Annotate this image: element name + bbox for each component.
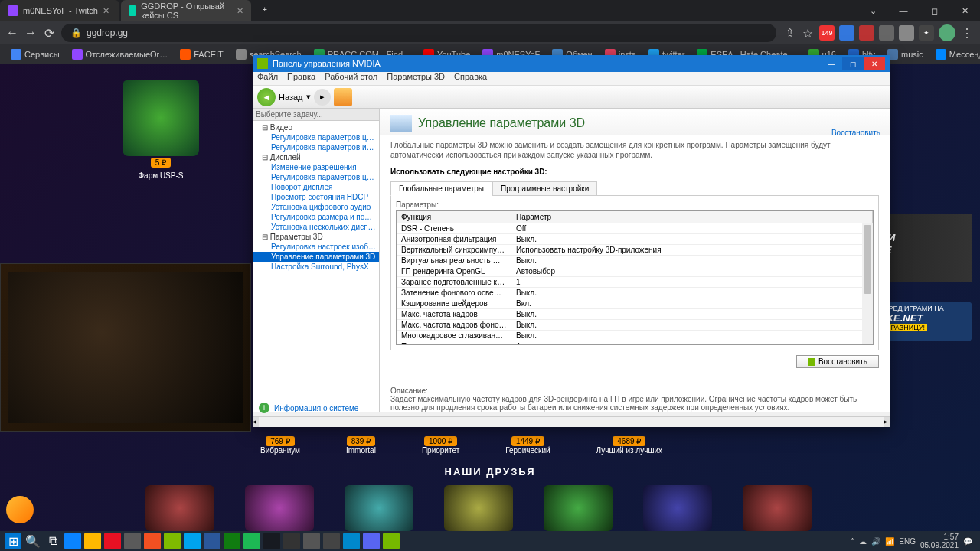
tree-node-video[interactable]: ⊟ Видео: [253, 122, 379, 132]
tree-leaf[interactable]: Поворот дисплея: [253, 182, 379, 192]
table-row[interactable]: ГП рендеринга OpenGLАвтовыбор: [397, 266, 873, 277]
start-button[interactable]: ⊞: [5, 533, 21, 549]
address-bar[interactable]: 🔒 ggdrop.gg: [61, 24, 776, 42]
back-button[interactable]: ←: [6, 26, 18, 40]
case-item[interactable]: 1000 ₽Приоритет: [422, 436, 459, 455]
menu-edit[interactable]: Правка: [287, 72, 315, 85]
taskbar-app[interactable]: [84, 533, 101, 549]
col-function[interactable]: Функция: [397, 211, 511, 223]
home-button[interactable]: [334, 88, 352, 106]
minimize-button[interactable]: —: [888, 0, 919, 21]
case-item[interactable]: 769 ₽Вибраниум: [260, 436, 300, 455]
menu-icon[interactable]: ⋮: [960, 26, 974, 40]
forward-button[interactable]: ▸: [314, 89, 331, 106]
restore-link[interactable]: Восстановить: [831, 129, 880, 137]
ext-icon[interactable]: [859, 25, 874, 41]
taskbar-app[interactable]: [383, 533, 400, 549]
minimize-button[interactable]: —: [821, 57, 842, 70]
tab-program[interactable]: Программные настройки: [492, 181, 597, 196]
star-icon[interactable]: ☆: [801, 26, 815, 40]
back-button[interactable]: ◄: [257, 88, 276, 106]
col-parameter[interactable]: Параметр: [511, 211, 873, 223]
tab-twitch[interactable]: m0NESYoF - Twitch ✕: [0, 0, 119, 21]
tree-node-display[interactable]: ⊟ Дисплей: [253, 152, 379, 162]
taskbar-app[interactable]: [263, 533, 280, 549]
taskbar-app[interactable]: [104, 533, 121, 549]
dropdown-icon[interactable]: ▾: [306, 92, 311, 102]
tree-leaf[interactable]: Установка нескольких дисплеев: [253, 222, 379, 232]
table-row[interactable]: DSR - СтепеньOff: [397, 223, 873, 234]
taskbar-app[interactable]: [204, 533, 220, 549]
tree-leaf[interactable]: Регулировка параметров изображения д: [253, 142, 379, 152]
tray-icon[interactable]: ☁: [859, 537, 867, 546]
apps-button[interactable]: Сервисы: [6, 47, 64, 61]
tray-icon[interactable]: 📶: [885, 537, 894, 546]
chevron-down-icon[interactable]: ⌄: [858, 0, 888, 21]
taskbar-app[interactable]: [124, 533, 141, 549]
tree-leaf-selected[interactable]: Управление параметрами 3D: [253, 252, 379, 262]
fab-button[interactable]: [6, 496, 34, 523]
tray-icon[interactable]: 🔊: [871, 537, 880, 546]
case-item[interactable]: 4689 ₽Лучший из лучших: [596, 436, 662, 455]
table-row[interactable]: Затенение фонового освещенияВыкл.: [397, 288, 873, 298]
menu-help[interactable]: Справка: [454, 72, 487, 85]
ext-icon[interactable]: [899, 25, 914, 41]
puzzle-icon[interactable]: ✦: [919, 25, 934, 41]
bookmark-item[interactable]: Мессенджер: [931, 47, 980, 61]
ext-icon[interactable]: 149: [819, 25, 835, 41]
case-item[interactable]: 1449 ₽Героический: [505, 436, 550, 455]
friend-card[interactable]: [145, 485, 214, 531]
case-item[interactable]: 839 ₽Immortal: [346, 436, 376, 455]
tray-chevron-icon[interactable]: ˄: [851, 537, 854, 546]
table-row[interactable]: Макс. частота кадров фонового прило…Выкл…: [397, 320, 873, 331]
forward-button[interactable]: →: [24, 26, 37, 40]
task-view-icon[interactable]: ⧉: [44, 533, 61, 549]
tree-leaf[interactable]: Установка цифрового аудио: [253, 202, 379, 212]
table-row[interactable]: Вертикальный синхроимпульсИспользовать н…: [397, 245, 873, 256]
taskbar-app[interactable]: [283, 533, 300, 549]
maximize-button[interactable]: ◻: [919, 0, 949, 21]
restore-button[interactable]: Восстановить: [796, 355, 879, 368]
close-button[interactable]: ✕: [864, 57, 885, 70]
tree-leaf[interactable]: Настройка Surround, PhysX: [253, 262, 379, 272]
tree-node-3d[interactable]: ⊟ Параметры 3D: [253, 232, 379, 242]
system-info-link[interactable]: Информация о системе: [274, 404, 358, 412]
clock[interactable]: 1:57 05.09.2021: [920, 533, 959, 549]
close-button[interactable]: ✕: [949, 0, 980, 21]
table-row[interactable]: Анизотропная фильтрацияВыкл.: [397, 234, 873, 245]
tree-leaf[interactable]: Регулировка параметров цвета для вид: [253, 132, 379, 142]
taskbar-app[interactable]: [343, 533, 360, 549]
ext-icon[interactable]: [839, 25, 854, 41]
tab-global[interactable]: Глобальные параметры: [390, 181, 492, 196]
notifications-icon[interactable]: 💬: [963, 537, 972, 546]
tab-ggdrop[interactable]: GGDROP - Открывай кейсы CS ✕: [121, 0, 251, 21]
lang-indicator[interactable]: ENG: [899, 537, 916, 546]
ext-icon[interactable]: [879, 25, 894, 41]
taskbar-app[interactable]: [323, 533, 340, 549]
menu-3d[interactable]: Параметры 3D: [387, 72, 445, 85]
menu-file[interactable]: Файл: [257, 72, 278, 85]
taskbar-app[interactable]: [144, 533, 161, 549]
friend-card[interactable]: [544, 485, 612, 531]
table-row[interactable]: Заранее подготовленные кадры вирту…1: [397, 277, 873, 288]
friend-card[interactable]: [743, 485, 812, 531]
menu-desktop[interactable]: Рабочий стол: [325, 72, 377, 85]
maximize-button[interactable]: ◻: [842, 57, 864, 70]
table-row[interactable]: Кэширование шейдеровВкл.: [397, 298, 873, 309]
tree-leaf[interactable]: Регулировка размера и положения рабо: [253, 212, 379, 222]
table-row[interactable]: Виртуальная реальность — сглажив…Выкл.: [397, 256, 873, 266]
tree-leaf[interactable]: Регулировка параметров цвета рабочег: [253, 172, 379, 182]
search-icon[interactable]: 🔍: [24, 533, 41, 549]
tree-leaf[interactable]: Изменение разрешения: [253, 162, 379, 172]
nvidia-titlebar[interactable]: Панель управления NVIDIA — ◻ ✕: [253, 55, 890, 72]
tree-leaf[interactable]: Просмотр состояния HDCP: [253, 192, 379, 202]
friend-card[interactable]: [245, 485, 314, 531]
new-tab-button[interactable]: +: [256, 0, 274, 18]
tree-leaf[interactable]: Регулировка настроек изображения с пр: [253, 242, 379, 252]
friend-card[interactable]: [643, 485, 712, 531]
bookmark-item[interactable]: ОтслеживаемыеOr…: [67, 47, 173, 61]
taskbar-app[interactable]: [363, 533, 380, 549]
close-icon[interactable]: ✕: [103, 6, 112, 15]
case-item[interactable]: [122, 80, 199, 156]
friend-card[interactable]: [345, 485, 413, 531]
